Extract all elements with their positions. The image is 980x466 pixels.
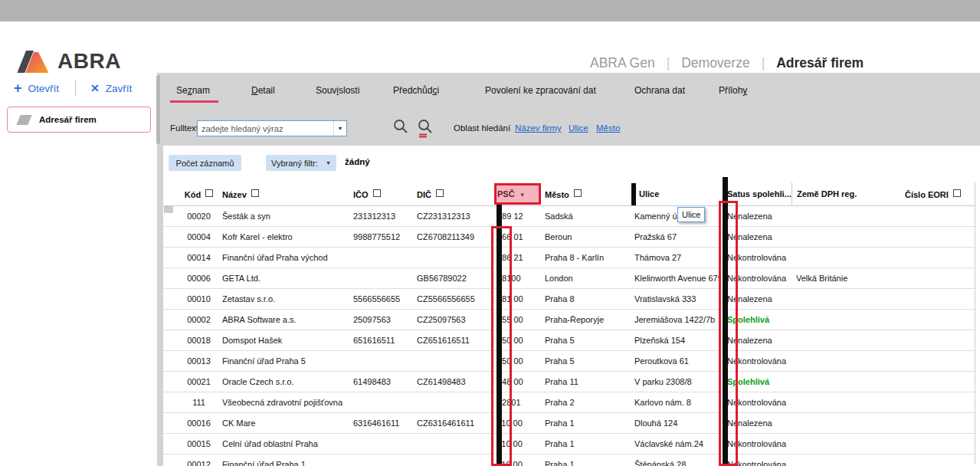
cell-mesto: Sadská — [541, 212, 629, 221]
column-header-0[interactable]: Kód — [177, 189, 221, 199]
tab-label-part: slosti — [339, 85, 359, 96]
column-header-9[interactable]: Číslo EORI — [899, 189, 975, 199]
cell-nazev: Celní úřad oblastní Praha — [221, 439, 351, 448]
cell-mesto: Praha 5 — [541, 356, 629, 366]
cell-nazev: Oracle Czech s.r.o. — [221, 377, 351, 386]
cell-nazev: Finanční úřad Praha 5 — [221, 356, 351, 366]
cell-kod: 00016 — [177, 418, 221, 428]
search-filtered-icon[interactable] — [416, 118, 434, 138]
checkbox-indicator-icon — [373, 189, 381, 197]
close-button[interactable]: ✕ Zavřít — [90, 79, 132, 97]
fulltext-search-row: Fulltext zadejte hledaný výraz ▼ Oblast … — [157, 107, 980, 146]
table-row[interactable]: 00002ABRA Software a.s.25097563CZ2509756… — [163, 310, 975, 330]
column-label: DIČ — [417, 190, 431, 199]
table-row[interactable]: 00010Zetastav s.r.o.5566556655CZ55665566… — [163, 289, 975, 310]
checkbox-indicator-icon — [205, 189, 213, 197]
breadcrumb-environment: Demoverze — [681, 55, 749, 71]
column-header-3[interactable]: DIČ — [415, 189, 495, 199]
cell-nazev: Všeobecná zdravotní pojišťovna — [221, 398, 351, 407]
column-header-6[interactable]: Ulice — [629, 189, 721, 199]
table-row[interactable]: 00013Finanční úřad Praha 5150 00Praha 5P… — [163, 351, 975, 372]
tab-4[interactable]: Povolení ke zpracování dat — [485, 85, 596, 100]
search-icon[interactable] — [392, 118, 410, 138]
table-row[interactable]: 00021Oracle Czech s.r.o.61498483CZ614984… — [163, 372, 975, 392]
sidebar-item-adresar-firem[interactable]: Adresář firem — [7, 107, 151, 133]
table-row[interactable]: 00015Celní úřad oblastní Praha110 00Prah… — [163, 434, 975, 455]
tab-label-part: Předchůd — [393, 85, 432, 96]
tab-6[interactable]: Přílohy — [719, 85, 747, 100]
tab-1[interactable]: Detail — [251, 85, 275, 100]
cell-ulice: Karlovo nám. 8 — [629, 398, 721, 407]
table-row[interactable]: 00020Šesták a syn231312313CZ231312313289… — [163, 206, 975, 227]
cell-ico: 6316461611 — [351, 418, 415, 428]
tab-label-part: Ochrana dat — [634, 85, 685, 96]
column-header-7[interactable]: Satus spolehli... — [721, 189, 792, 199]
scope-link-0[interactable]: Název firmy — [515, 123, 562, 133]
cell-dic: CZ5566556655 — [415, 294, 495, 304]
cell-nazev: Zetastav s.r.o. — [221, 294, 351, 304]
tab-3[interactable]: Předchůdci — [393, 85, 439, 100]
scope-link-1[interactable]: Ulice — [569, 123, 588, 133]
breadcrumb-separator: | — [762, 55, 765, 71]
column-label: Satus spolehli... — [727, 189, 792, 199]
checkbox-indicator-icon — [953, 189, 961, 197]
dropdown-arrow-icon: ▼ — [326, 160, 331, 166]
checkbox-indicator-icon — [251, 189, 259, 197]
tab-label-part: D — [251, 85, 258, 96]
cell-kod: 00006 — [177, 274, 221, 283]
tab-2[interactable]: Souvislosti — [316, 85, 359, 100]
cell-ulice: Vratislavská 333 — [629, 294, 721, 304]
page-title: Adresář firem — [776, 55, 864, 71]
search-placeholder: zadejte hledaný výraz — [198, 124, 333, 133]
table-header-row: KódNázevIČODIČPSČ▼MěstoUliceSatus spoleh… — [163, 182, 975, 206]
sidebar-scrollbar-thumb[interactable] — [156, 75, 160, 144]
cell-nazev: GETA Ltd. — [221, 274, 351, 283]
cell-dic: CZ651616511 — [415, 336, 495, 345]
tab-label-part: nam — [192, 85, 210, 96]
column-header-1[interactable]: Název — [221, 189, 351, 199]
column-label: Ulice — [639, 189, 659, 199]
tab-5[interactable]: Ochrana dat — [634, 85, 685, 100]
cell-kod: 111 — [177, 398, 221, 407]
column-header-2[interactable]: IČO — [351, 189, 415, 199]
cell-mesto: Praha 8 - Karlín — [541, 253, 629, 262]
cell-mesto: London — [541, 274, 629, 283]
column-header-8[interactable]: Země DPH reg. — [792, 182, 899, 205]
cell-nazev: Šesták a syn — [221, 212, 351, 221]
table-row[interactable]: 111Všeobecná zdravotní pojišťovna12801Pr… — [163, 392, 975, 413]
table-row[interactable]: 00018Domspot Hašek651616511CZ65161651115… — [163, 330, 975, 351]
sidebar-item-label: Adresář firem — [39, 115, 97, 124]
fulltext-search-input[interactable]: zadejte hledaný výraz ▼ — [197, 120, 347, 136]
cell-ulice: V parku 2308/8 — [629, 377, 721, 386]
table-row[interactable]: 00014Finanční úřad Praha východ186 21Pra… — [163, 248, 975, 268]
record-count-button[interactable]: Počet záznamů — [169, 155, 241, 171]
selected-filter-dropdown[interactable]: Vybraný filtr: ▼ — [266, 155, 336, 171]
cell-kod: 00004 — [177, 232, 221, 241]
open-button[interactable]: + Otevřít — [14, 79, 59, 97]
table-body: 00020Šesták a syn231312313CZ231312313289… — [163, 206, 975, 466]
current-row-indicator — [164, 206, 173, 213]
cell-ico: 9988775512 — [351, 232, 415, 241]
table-row[interactable]: 00004Kofr Karel - elektro9988775512CZ670… — [163, 227, 975, 248]
cell-ulice: Dlouhá 124 — [629, 418, 721, 428]
column-header-5[interactable]: Město — [541, 189, 629, 199]
tab-label-part: Souv — [316, 85, 336, 96]
tab-bar: SeznamDetailSouvislostiPředchůdciPovolen… — [157, 73, 980, 107]
tab-label-part: y — [742, 85, 747, 96]
cell-nazev: Kofr Karel - elektro — [221, 232, 351, 241]
table-row[interactable]: 00006GETA Ltd.GB5678902218100LondonKleli… — [163, 268, 975, 289]
cell-mesto: Praha 5 — [541, 336, 629, 345]
combobox-dropdown-arrow-icon[interactable]: ▼ — [333, 121, 346, 136]
column-label: Kód — [185, 190, 201, 199]
cell-ico: 5566556655 — [351, 294, 415, 304]
annotation-red-box-status-column — [719, 201, 738, 466]
tab-0[interactable]: Seznam — [176, 85, 210, 100]
cell-mesto: Praha-Řeporyje — [541, 315, 629, 324]
agenda-parallelogram-icon — [16, 115, 31, 125]
table-row[interactable]: 00012Finanční úřad Praha 1110 00Praha 1Š… — [163, 455, 975, 466]
cell-psc: 289 12 — [495, 212, 541, 221]
cell-nazev: Finanční úřad Praha východ — [221, 253, 351, 262]
table-row[interactable]: 00016CK Mare6316461611CZ6316461611110 00… — [163, 413, 975, 434]
cell-mesto: Praha 8 — [541, 294, 629, 304]
scope-link-2[interactable]: Město — [596, 123, 620, 133]
